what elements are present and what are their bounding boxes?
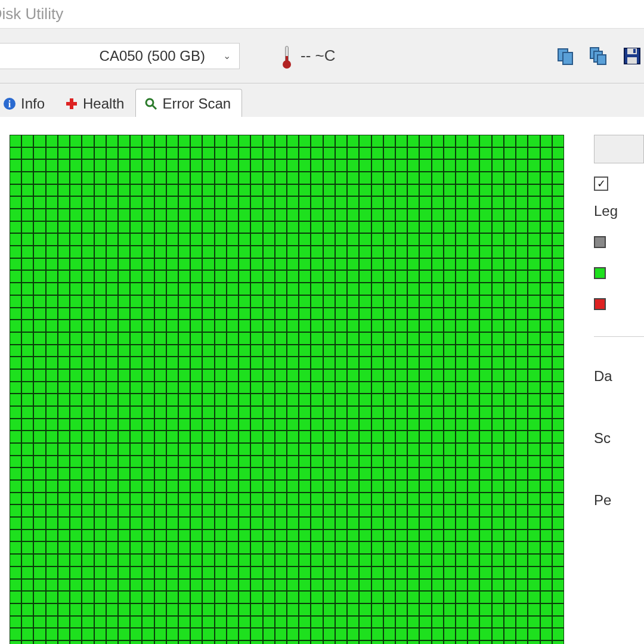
scan-block	[408, 259, 419, 270]
tab-error-scan[interactable]: Error Scan	[135, 89, 242, 117]
scan-block	[58, 382, 69, 394]
scan-block	[468, 493, 479, 504]
scan-block	[432, 345, 443, 357]
scan-block	[372, 370, 383, 381]
scan-block	[10, 209, 21, 221]
scan-block	[311, 394, 322, 405]
scan-block	[504, 431, 515, 442]
scan-block	[215, 518, 226, 529]
scan-block	[420, 628, 431, 640]
scan-block	[348, 530, 358, 541]
scan-block	[528, 431, 539, 442]
scan-block	[143, 333, 153, 344]
scan-block	[251, 542, 262, 553]
scan-block	[372, 296, 383, 307]
checkbox-checked-icon[interactable]: ✓	[594, 177, 608, 191]
scan-block	[239, 222, 250, 233]
scan-block	[203, 641, 213, 644]
scan-block	[22, 308, 33, 320]
scan-block	[179, 530, 190, 541]
scan-block	[553, 296, 564, 307]
scan-block	[95, 296, 106, 307]
scan-block	[311, 222, 322, 233]
scan-block	[541, 431, 552, 442]
scan-block	[432, 357, 443, 369]
scan-block	[119, 209, 129, 221]
scan-block	[179, 357, 190, 369]
scan-block	[95, 259, 106, 270]
scan-block	[360, 320, 370, 332]
scan-block	[131, 357, 141, 369]
scan-block	[58, 505, 69, 516]
scan-block	[504, 444, 515, 455]
scan-block	[432, 444, 443, 455]
scan-block	[34, 431, 45, 442]
scan-block	[480, 518, 491, 529]
scan-block	[179, 617, 190, 628]
scan-block	[119, 617, 129, 628]
scan-block	[456, 580, 467, 591]
save-icon[interactable]	[621, 45, 643, 67]
scan-block	[119, 394, 129, 405]
tab-health[interactable]: Health	[56, 89, 135, 117]
content-area: ✓ Leg Da Sc Pe	[0, 117, 644, 644]
scan-block	[456, 333, 467, 344]
scan-block	[324, 419, 335, 431]
scan-block	[82, 592, 93, 603]
scan-block	[468, 259, 479, 270]
scan-block	[143, 407, 153, 418]
scan-block	[553, 530, 564, 541]
scan-block	[553, 580, 564, 591]
scan-block	[480, 431, 491, 442]
scan-block	[456, 160, 467, 171]
scan-block	[191, 641, 202, 644]
scan-block	[191, 555, 202, 566]
scan-block	[456, 431, 467, 442]
scan-block	[456, 555, 467, 566]
scan-block	[10, 135, 21, 147]
quick-scan-checkbox-row[interactable]: ✓	[594, 177, 644, 191]
scan-block	[444, 209, 455, 221]
scan-block	[191, 567, 202, 578]
scan-block	[396, 468, 407, 479]
scan-block	[396, 333, 407, 344]
scan-block	[504, 604, 515, 615]
side-button[interactable]	[594, 135, 644, 163]
scan-block	[372, 271, 383, 282]
scan-block	[239, 555, 250, 566]
scan-block	[324, 382, 335, 394]
scan-block	[493, 407, 503, 418]
scan-block	[348, 493, 358, 504]
copy-multi-icon[interactable]	[588, 45, 609, 67]
scan-block	[167, 320, 178, 332]
copy-icon[interactable]	[555, 45, 576, 67]
scan-block	[432, 172, 443, 184]
scan-block	[493, 345, 503, 357]
scan-block	[493, 234, 503, 245]
scan-block	[348, 135, 358, 147]
scan-block	[10, 604, 21, 615]
tab-info[interactable]: i Info	[0, 89, 56, 117]
scan-block	[179, 160, 190, 171]
scan-block	[34, 628, 45, 640]
drive-select[interactable]: CA050 (500 GB) ⌄	[0, 43, 240, 69]
scan-block	[251, 592, 262, 603]
scan-block	[179, 419, 190, 431]
scan-block	[384, 530, 395, 541]
scan-block	[227, 172, 238, 184]
scan-block	[360, 333, 370, 344]
scan-block	[360, 382, 370, 394]
scan-block	[239, 246, 250, 258]
scan-block	[107, 555, 117, 566]
scan-block	[444, 185, 455, 196]
scan-block	[203, 172, 213, 184]
scan-block	[311, 481, 322, 492]
scan-block	[348, 394, 358, 405]
scan-block	[468, 444, 479, 455]
scan-block	[384, 394, 395, 405]
scan-block	[504, 370, 515, 381]
scan-block	[493, 580, 503, 591]
scan-block	[47, 641, 57, 644]
scan-block	[95, 431, 106, 442]
scan-block	[348, 542, 358, 553]
